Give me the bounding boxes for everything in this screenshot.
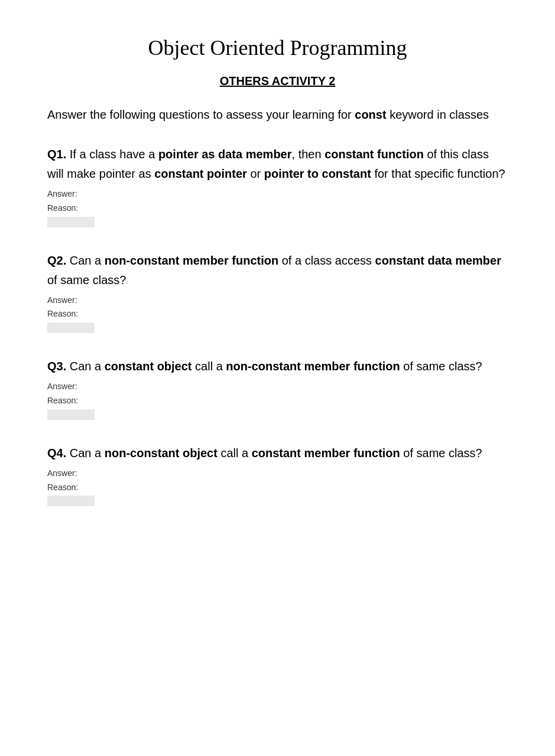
q2-prefix: Q2. bbox=[47, 254, 66, 267]
q3-answer-box bbox=[47, 409, 95, 420]
q2-reason-label: Reason: bbox=[47, 307, 508, 321]
question-4-text: Q4. Can a non-constant object call a con… bbox=[47, 444, 508, 463]
intro-text-after: keyword in classes bbox=[387, 108, 489, 121]
question-2-text: Q2. Can a non-constant member function o… bbox=[47, 251, 508, 290]
section-heading: OTHERS ACTIVITY 2 bbox=[47, 74, 508, 88]
q1-bold-3: constant pointer bbox=[154, 167, 247, 180]
page-title: Object Oriented Programming bbox=[47, 35, 508, 60]
question-block-4: Q4. Can a non-constant object call a con… bbox=[47, 444, 508, 507]
intro-paragraph: Answer the following questions to assess… bbox=[47, 106, 508, 123]
q1-bold-1: pointer as data member bbox=[158, 148, 292, 161]
q1-answer-label: Answer: bbox=[47, 187, 508, 201]
intro-bold-word: const bbox=[355, 108, 386, 121]
q1-bold-4: pointer to constant bbox=[264, 167, 371, 180]
q3-bold-2: non-constant member function bbox=[226, 360, 400, 373]
q1-bold-2: constant function bbox=[324, 148, 424, 161]
question-block-2: Q2. Can a non-constant member function o… bbox=[47, 251, 508, 334]
q2-answer-box bbox=[47, 322, 95, 333]
q2-bold-2: constant data member bbox=[375, 254, 501, 267]
q1-reason-label: Reason: bbox=[47, 201, 508, 216]
q1-prefix: Q1. bbox=[47, 148, 66, 161]
q3-answer-label: Answer: bbox=[47, 380, 508, 394]
intro-text-before: Answer the following questions to assess… bbox=[47, 108, 355, 121]
q4-answer-label: Answer: bbox=[47, 467, 508, 481]
q2-answer-label: Answer: bbox=[47, 294, 508, 308]
q3-reason-label: Reason: bbox=[47, 394, 508, 408]
question-1-text: Q1. If a class have a pointer as data me… bbox=[47, 145, 508, 184]
q3-bold-1: constant object bbox=[105, 360, 192, 373]
q3-prefix: Q3. bbox=[47, 360, 66, 373]
q1-answer-box bbox=[47, 217, 95, 227]
question-3-text: Q3. Can a constant object call a non-con… bbox=[47, 357, 508, 376]
q4-answer-box bbox=[47, 496, 95, 506]
question-block-1: Q1. If a class have a pointer as data me… bbox=[47, 145, 508, 227]
q2-bold-1: non-constant member function bbox=[105, 254, 278, 267]
q4-prefix: Q4. bbox=[47, 447, 66, 460]
q4-bold-2: constant member function bbox=[252, 447, 400, 460]
q4-reason-label: Reason: bbox=[47, 481, 508, 495]
q4-bold-1: non-constant object bbox=[105, 447, 218, 460]
question-block-3: Q3. Can a constant object call a non-con… bbox=[47, 357, 508, 420]
